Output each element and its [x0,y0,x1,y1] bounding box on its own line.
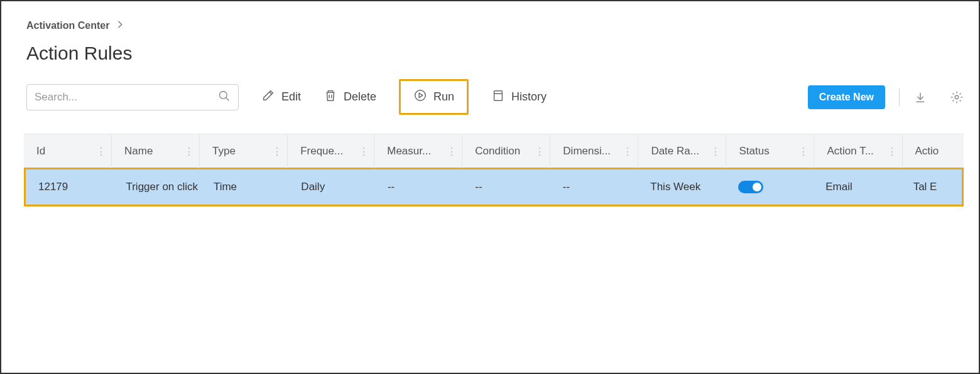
search-box[interactable] [26,84,239,110]
delete-button[interactable]: Delete [324,88,376,105]
svg-point-4 [955,95,959,99]
cell-date-range: This Week [638,169,725,205]
cell-type: Time [201,169,288,205]
search-input[interactable] [35,91,213,104]
settings-button[interactable] [950,90,964,104]
cell-name: Trigger on click [113,169,200,205]
column-header-measure[interactable]: Measur...⋮ [374,134,462,168]
trash-icon [324,88,337,105]
breadcrumb-item[interactable]: Activation Center [26,20,109,31]
cell-dimension: -- [550,169,638,205]
column-menu-icon[interactable]: ⋮ [359,146,369,158]
cell-measure: -- [375,169,462,205]
column-menu-icon[interactable]: ⋮ [798,146,808,158]
data-table: Id⋮ Name⋮ Type⋮ Freque...⋮ Measur...⋮ Co… [24,134,964,206]
cell-frequency: Daily [288,169,375,205]
column-header-date-range[interactable]: Date Ra...⋮ [638,134,726,168]
status-toggle[interactable] [738,181,763,193]
chevron-right-icon [117,20,123,31]
run-label: Run [433,90,454,104]
history-button[interactable]: History [491,88,547,105]
column-menu-icon[interactable]: ⋮ [272,146,282,158]
delete-label: Delete [344,90,376,104]
table-row[interactable]: 12179 Trigger on click Time Daily -- -- … [24,168,964,206]
column-menu-icon[interactable]: ⋮ [710,146,721,158]
cell-status [726,169,813,205]
cell-action-type: Email [813,169,900,205]
column-menu-icon[interactable]: ⋮ [184,146,194,158]
svg-line-1 [226,97,229,100]
column-header-action-type[interactable]: Action T...⋮ [814,134,902,168]
history-label: History [511,90,547,104]
column-header-type[interactable]: Type⋮ [200,134,288,168]
svg-point-0 [220,91,227,99]
cell-id: 12179 [26,169,113,205]
cell-action: Tal E [901,169,962,205]
play-circle-icon [413,88,427,105]
divider [899,88,900,106]
svg-point-2 [415,90,426,101]
column-header-condition[interactable]: Condition⋮ [462,134,550,168]
edit-label: Edit [281,90,301,104]
toolbar: Edit Delete Run History Create New [1,79,979,115]
create-new-button[interactable]: Create New [808,85,885,109]
column-header-status[interactable]: Status⋮ [726,134,814,168]
column-menu-icon[interactable]: ⋮ [447,146,457,158]
download-button[interactable] [913,90,927,104]
pencil-icon [261,88,275,105]
toggle-knob [753,183,761,191]
column-header-id[interactable]: Id⋮ [24,134,112,168]
column-header-frequency[interactable]: Freque...⋮ [288,134,374,168]
cell-condition: -- [462,169,550,205]
edit-button[interactable]: Edit [261,88,301,105]
column-header-action[interactable]: Actio [903,134,964,168]
svg-rect-3 [494,91,503,101]
history-icon [491,88,505,105]
column-menu-icon[interactable]: ⋮ [623,146,633,158]
run-button[interactable]: Run [399,79,469,115]
page-title: Action Rules [1,43,979,64]
table-header: Id⋮ Name⋮ Type⋮ Freque...⋮ Measur...⋮ Co… [24,134,964,169]
column-menu-icon[interactable]: ⋮ [96,146,106,158]
column-header-dimension[interactable]: Dimensi...⋮ [550,134,638,168]
column-header-name[interactable]: Name⋮ [112,134,200,168]
search-icon[interactable] [218,90,231,105]
column-menu-icon[interactable]: ⋮ [535,146,545,158]
column-menu-icon[interactable]: ⋮ [887,146,897,158]
breadcrumb: Activation Center [1,20,979,31]
